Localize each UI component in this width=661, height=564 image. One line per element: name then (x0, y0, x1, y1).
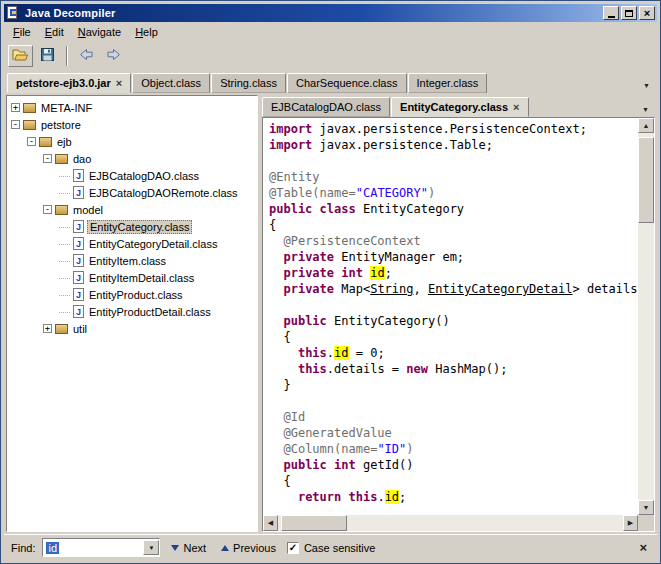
main-tab[interactable]: String.class (211, 73, 286, 93)
tab-close-icon[interactable]: × (116, 78, 122, 88)
expand-icon[interactable]: + (11, 103, 20, 112)
main-tab[interactable]: CharSequence.class (287, 73, 407, 93)
collapse-icon[interactable]: - (11, 120, 20, 129)
main-tab-bar: petstore-ejb3.0.jar×Object.classString.c… (4, 69, 657, 93)
expand-icon[interactable]: + (43, 324, 52, 333)
collapse-icon[interactable]: - (43, 205, 52, 214)
tree-item[interactable]: JEntityItem.class (7, 252, 257, 269)
save-all-button[interactable] (35, 45, 60, 67)
tab-close-icon[interactable]: × (513, 102, 519, 112)
editor-tabs: EJBCatalogDAO.classEntityCategory.class× (262, 97, 530, 117)
tree-item[interactable]: -dao (7, 150, 257, 167)
tree-item[interactable]: JEntityItemDetail.class (7, 269, 257, 286)
scroll-down-button[interactable]: ▼ (638, 500, 654, 515)
horizontal-scrollbar-row: ◀ ▶ (263, 515, 654, 531)
class-icon: J (73, 169, 84, 182)
class-icon: J (73, 220, 84, 233)
editor-tab[interactable]: EJBCatalogDAO.class (262, 97, 390, 117)
tree-item[interactable]: -ejb (7, 133, 257, 150)
tree-item[interactable]: JEntityProduct.class (7, 286, 257, 303)
editor-tab[interactable]: EntityCategory.class× (391, 97, 528, 117)
tree-item[interactable]: JEntityCategoryDetail.class (7, 235, 257, 252)
find-input[interactable]: id ▼ (42, 538, 160, 557)
find-dropdown-button[interactable]: ▼ (143, 540, 159, 555)
menu-item-file[interactable]: File (6, 24, 38, 40)
tree-item[interactable]: JEJBCatalogDAO.class (7, 167, 257, 184)
title-bar[interactable]: Java Decompiler × (4, 4, 657, 22)
main-tab[interactable]: Integer.class (408, 73, 488, 93)
code-line (269, 297, 638, 313)
class-icon: J (73, 271, 84, 284)
editor-main: import javax.persistence.PersistenceCont… (263, 118, 654, 515)
vertical-scrollbar[interactable]: ▲ ▼ (638, 118, 654, 515)
tree-item[interactable]: -petstore (7, 116, 257, 133)
arrow-up-icon (221, 545, 229, 551)
tree-item-label: META-INF (39, 102, 94, 114)
horizontal-scrollbar[interactable]: ◀ ▶ (263, 515, 638, 531)
menu-item-edit[interactable]: Edit (38, 24, 71, 40)
tree-item[interactable]: +META-INF (7, 99, 257, 116)
toolbar (4, 42, 657, 69)
forward-button[interactable] (101, 45, 126, 67)
tree-item-label: EntityProduct.class (87, 289, 185, 301)
main-tab[interactable]: Object.class (132, 73, 210, 93)
tree-connector (59, 193, 70, 194)
tree-connector (59, 261, 70, 262)
open-button[interactable] (8, 45, 33, 67)
tree-item[interactable]: JEJBCatalogDAORemote.class (7, 184, 257, 201)
code-area[interactable]: import javax.persistence.PersistenceCont… (263, 118, 638, 515)
find-next-button[interactable]: Next (167, 540, 210, 556)
collapse-icon[interactable]: - (43, 154, 52, 163)
tree-item[interactable]: -model (7, 201, 257, 218)
tree-item-label: EntityProductDetail.class (87, 306, 213, 318)
class-icon: J (73, 237, 84, 250)
code-line: public class EntityCategory (269, 201, 638, 217)
content: +META-INF-petstore-ejb-daoJEJBCatalogDAO… (4, 93, 657, 534)
editor-tab-list-dropdown-icon[interactable]: ▼ (638, 106, 653, 117)
type-link[interactable]: String (370, 282, 413, 296)
tab-list-dropdown-icon[interactable]: ▼ (639, 82, 654, 93)
package-icon (23, 120, 36, 130)
editor-panel: EJBCatalogDAO.classEntityCategory.class×… (262, 95, 655, 532)
close-icon: × (644, 8, 650, 18)
tree-connector (59, 312, 70, 313)
package-icon (55, 205, 68, 215)
horizontal-scroll-track[interactable] (278, 515, 623, 531)
tree-item[interactable]: +util (7, 320, 257, 337)
tree-item-label: ejb (55, 136, 74, 148)
tree-connector (59, 176, 70, 177)
horizontal-scroll-thumb[interactable] (281, 515, 347, 531)
find-previous-button[interactable]: Previous (217, 540, 280, 556)
scroll-right-button[interactable]: ▶ (623, 515, 638, 531)
close-button[interactable]: × (639, 6, 655, 20)
maximize-button[interactable] (621, 6, 637, 20)
menu-item-help[interactable]: Help (128, 24, 165, 40)
find-label: Find: (11, 542, 35, 554)
case-sensitive-checkbox[interactable]: ✓ (287, 542, 299, 554)
code-line: this.id = 0; (269, 345, 638, 361)
tree-item[interactable]: JEntityCategory.class (7, 218, 257, 235)
vertical-scroll-thumb[interactable] (638, 137, 654, 223)
chevron-down-icon: ▼ (148, 545, 154, 551)
main-tab[interactable]: petstore-ejb3.0.jar× (7, 73, 131, 93)
back-button[interactable] (74, 45, 99, 67)
tree-item[interactable]: JEntityProductDetail.class (7, 303, 257, 320)
scroll-left-button[interactable]: ◀ (263, 515, 278, 531)
menu-item-navigate[interactable]: Navigate (71, 24, 128, 40)
code-line: { (269, 473, 638, 489)
find-bar-close-icon[interactable]: × (636, 540, 650, 555)
class-icon: J (73, 288, 84, 301)
code-line (269, 153, 638, 169)
collapse-icon[interactable]: - (27, 137, 36, 146)
tree-connector (59, 227, 70, 228)
code-line: return this.id; (269, 489, 638, 505)
type-link[interactable]: EntityCategoryDetail (428, 282, 573, 296)
window-controls: × (603, 6, 655, 20)
code-line: } (269, 377, 638, 393)
tree-item-label: EntityCategory.class (87, 220, 192, 234)
minimize-button[interactable] (603, 6, 619, 20)
scroll-up-button[interactable]: ▲ (638, 118, 654, 133)
main-tab-label: Integer.class (417, 77, 479, 89)
editor-tab-label: EJBCatalogDAO.class (271, 101, 381, 113)
vertical-scroll-track[interactable] (638, 133, 654, 500)
